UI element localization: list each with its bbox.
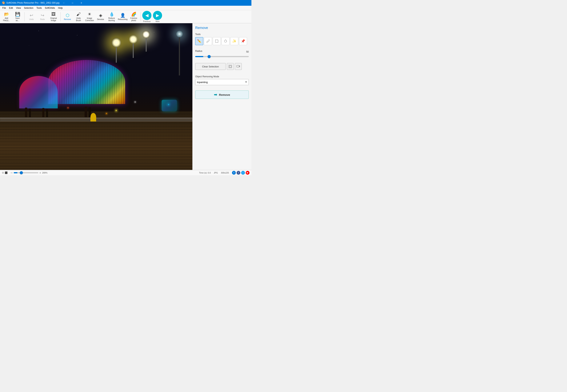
format-label: JPG (214, 172, 218, 174)
star (77, 35, 77, 35)
canvas-area[interactable] (0, 23, 192, 170)
menu-edit[interactable]: Edit (7, 6, 14, 10)
person-6 (89, 107, 91, 117)
nav-group: ◀Previous▶Next (142, 11, 162, 23)
radius-slider[interactable] (195, 56, 249, 57)
tools-row: ✏️ 🩹 ✨ 📌 (195, 37, 249, 45)
undo-brush-button[interactable]: 🖌 UndoBrush (73, 12, 84, 22)
person-5 (84, 107, 87, 117)
radius-value: 50 (246, 51, 249, 53)
zoom-out-button[interactable]: ─ (11, 171, 13, 174)
photo-canvas (0, 23, 192, 170)
clear-selection-button[interactable]: Clear Selection (195, 63, 226, 70)
undo-brush-label: UndoBrush (76, 17, 81, 22)
fullscreen-icon[interactable]: ⊙ (2, 171, 4, 174)
twitter-icon[interactable]: t (241, 171, 245, 175)
colorize-photo-button[interactable]: 🌈 Colorizephoto (128, 12, 139, 22)
sep-1 (24, 12, 25, 21)
retouching-label: Retouching (118, 18, 128, 21)
svg-rect-4 (229, 66, 231, 68)
svg-rect-5 (237, 65, 239, 67)
menu-tools[interactable]: Tools (35, 6, 43, 10)
previous-label: Previous (143, 20, 151, 23)
youtube-icon[interactable]: ▶ (246, 171, 249, 175)
save-selection-button[interactable] (227, 63, 234, 70)
menu-file[interactable]: File (1, 6, 7, 10)
info-icon[interactable]: ℹ (232, 171, 236, 175)
person-2 (29, 109, 31, 117)
light-red (68, 107, 69, 108)
remove-button-label: Remove (219, 93, 230, 96)
social-icons: ℹ f t ▶ (232, 171, 249, 175)
redo-icon: ↪ (41, 13, 44, 18)
sep-3 (140, 12, 141, 21)
sep-2 (60, 12, 61, 21)
minimize-button[interactable]: ─ (59, 0, 68, 6)
add-files-label: Add File(s)... (2, 17, 11, 22)
menu-help[interactable]: Help (56, 6, 64, 10)
menu-bar: File Edit View Selection Tools SoftOrbit… (0, 6, 251, 10)
next-button[interactable]: ▶ (153, 11, 162, 20)
undo-button[interactable]: ↩ Undo (26, 12, 37, 22)
original-image-label: OriginalImage (50, 17, 57, 22)
colorize-photo-label: Colorizephoto (130, 17, 137, 22)
save-as-icon: 💾 (15, 12, 20, 17)
denoise-icon: ◈ (99, 13, 102, 18)
menu-view[interactable]: View (14, 6, 23, 10)
status-right: Time (s): 0.0 JPG 300x225 ℹ f t ▶ (199, 171, 249, 175)
time-value: 0.0 (208, 172, 211, 174)
denoise-button[interactable]: ◈ Denoise (95, 12, 106, 22)
zoom-in-button[interactable]: + (40, 171, 41, 174)
brush-tool-button[interactable]: ✏️ (195, 37, 203, 45)
stamp-tool-button[interactable]: 📌 (239, 37, 247, 45)
time-label: Time (s): 0.0 (199, 172, 211, 174)
panel-title: Remove (195, 26, 249, 30)
redo-button[interactable]: ↪ Redo (37, 12, 48, 22)
save-as-label: Saveas... (15, 17, 20, 22)
fit-icon[interactable]: ⬛ (5, 171, 8, 174)
reduce-blurring-button[interactable]: 💧 Reduceblurring (106, 12, 117, 22)
toolbar: 📂 Add File(s)... 💾 Saveas... ↩ Undo ↪ Re… (0, 10, 251, 23)
close-button[interactable]: ✕ (77, 0, 86, 6)
cyan-light-area (162, 100, 177, 111)
person-3 (42, 108, 44, 117)
retouching-button[interactable]: 👤 Retouching (117, 12, 128, 22)
image-correction-button[interactable]: ☀ ImageCorrection (84, 12, 95, 22)
file-tools-group: 📂 Add File(s)... 💾 Saveas... (1, 12, 23, 22)
dome-2 (19, 76, 58, 108)
menu-softorbits[interactable]: SoftOrbits (43, 6, 56, 10)
magic-wand-tool-button[interactable]: ✨ (230, 37, 238, 45)
mode-section: Object Removing Mode Inpainting Content-… (195, 75, 249, 88)
main-lamp-3 (142, 31, 150, 52)
zoom-slider[interactable] (14, 172, 38, 173)
maximize-button[interactable]: □ (68, 0, 77, 6)
main-lamp-1 (112, 38, 121, 63)
zoom-controls: ─ + 289% (11, 171, 47, 174)
yellow-cart (90, 113, 96, 122)
app-icon: 🎨 (2, 1, 5, 4)
lasso-tool-button[interactable] (221, 37, 230, 45)
clear-selection-label: Clear Selection (202, 65, 219, 68)
save-as-button[interactable]: 💾 Saveas... (12, 12, 23, 22)
original-image-icon: 🖼 (51, 12, 55, 17)
light-yellow (115, 110, 117, 111)
mode-dropdown[interactable]: Inpainting Content-Aware Clone (195, 79, 249, 85)
load-selection-button[interactable] (235, 63, 242, 70)
menu-selection[interactable]: Selection (23, 6, 35, 10)
radius-section: Radius 50 (195, 50, 249, 61)
original-image-button[interactable]: 🖼 OriginalImage (48, 12, 59, 22)
add-files-button[interactable]: 📂 Add File(s)... (1, 12, 12, 22)
image-correction-label: ImageCorrection (85, 17, 94, 22)
eraser-tool-button[interactable]: 🩹 (204, 37, 212, 45)
previous-button[interactable]: ◀ (142, 11, 152, 20)
radius-slider-container (195, 55, 249, 58)
title-bar: 🎨 SoftOrbits Photo Retoucher Pro - IMG_2… (0, 0, 251, 6)
rect-select-icon (215, 40, 219, 43)
remove-button[interactable]: ➡ Remove (195, 90, 249, 99)
rect-select-tool-button[interactable] (213, 37, 221, 45)
status-bar: ⊙ ⬛ ─ + 289% Time (s): 0.0 JPG 300x225 ℹ… (0, 170, 251, 175)
person-1 (25, 108, 27, 117)
remove-tool-button[interactable]: ⬡ Remove (62, 12, 73, 22)
facebook-icon[interactable]: f (236, 171, 240, 175)
zoom-level: 289% (42, 172, 47, 174)
